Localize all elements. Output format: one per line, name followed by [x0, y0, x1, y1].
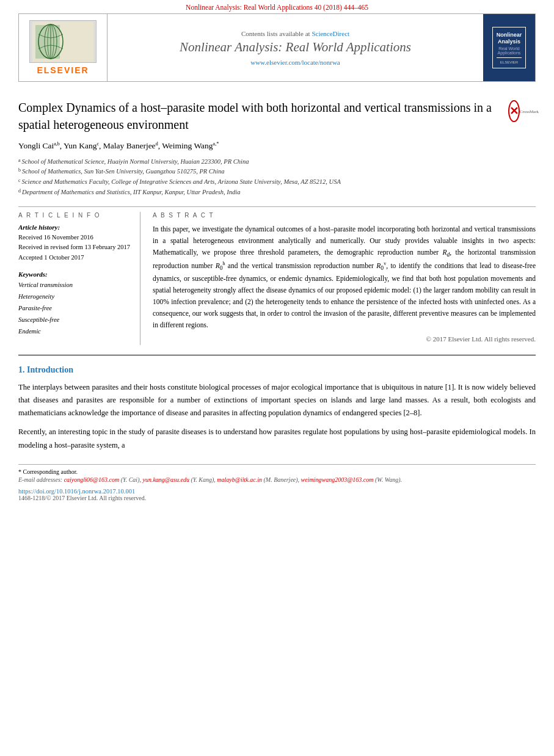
abstract-text: In this paper, we investigate the dynami…: [153, 224, 536, 331]
contents-available: Contents lists available at ScienceDirec…: [241, 30, 349, 37]
author-wang-sup: a,*: [213, 140, 219, 146]
affiliation-c: c Science and Mathematics Faculty, Colle…: [18, 177, 536, 187]
keyword-1: Vertical transmission: [18, 280, 131, 291]
article-history: Article history: Received 16 November 20…: [18, 224, 131, 263]
section-divider-1: [18, 206, 536, 207]
sciencedirect-link[interactable]: ScienceDirect: [312, 30, 349, 37]
main-content: ✕ CrossMark Complex Dynamics of a host–p…: [18, 82, 536, 501]
badge-title-line2: Analysis: [497, 38, 522, 45]
keyword-2: Heterogeneity: [18, 291, 131, 303]
intro-para-2: Recently, an interesting topic in the st…: [18, 426, 536, 452]
badge-title-line1: Nonlinear: [497, 31, 522, 39]
aff-sup-d: d: [18, 187, 21, 195]
abstract-column: A B S T R A C T In this paper, we invest…: [153, 212, 536, 345]
journal-header: ELSEVIER Contents lists available at Sci…: [18, 13, 536, 82]
footnote-section: * Corresponding author. E-mail addresses…: [18, 464, 536, 501]
crossmark-label: CrossMark: [520, 109, 539, 114]
author-wang: Weiming Wanga,*: [162, 141, 219, 150]
elsevier-wordmark: ELSEVIER: [37, 65, 89, 75]
introduction-section: 1. Introduction The interplays between p…: [18, 365, 536, 452]
keyword-4: Susceptible-free: [18, 314, 131, 326]
article-info-abstract: A R T I C L E I N F O Article history: R…: [18, 212, 536, 345]
title-area: ✕ CrossMark Complex Dynamics of a host–p…: [18, 99, 536, 133]
aff-sup-c: c: [18, 177, 21, 185]
aff-sup-b: b: [18, 167, 21, 175]
author-banerjee: Malay Banerjeed: [103, 141, 158, 150]
crossmark-icon: ✕: [508, 100, 520, 122]
email-kang[interactable]: yun.kang@asu.edu: [142, 476, 189, 483]
history-heading: Article history:: [18, 224, 131, 231]
intro-heading: 1. Introduction: [18, 365, 536, 375]
journal-badge: Nonlinear Analysis Real WorldApplication…: [492, 27, 527, 69]
email-banerjee[interactable]: malayb@iitk.ac.in: [217, 476, 262, 483]
affiliation-a: a School of Mathematical Science, Huaiyi…: [18, 157, 536, 167]
journal-title: Nonlinear Analysis: Real World Applicati…: [180, 40, 411, 55]
keywords-heading: Keywords:: [18, 271, 131, 278]
corresponding-author-note: * Corresponding author.: [18, 468, 536, 475]
email-addresses: E-mail addresses: caiyongli06@163.com (Y…: [18, 476, 536, 483]
affiliation-b: b School of Mathematics, Sun Yat-Sen Uni…: [18, 167, 536, 177]
keyword-3: Parasite-free: [18, 303, 131, 314]
paper-title: Complex Dynamics of a host–parasite mode…: [18, 99, 536, 133]
issn-line: 1468-1218/© 2017 Elsevier Ltd. All right…: [18, 495, 536, 501]
revised-date: Received in revised form 13 February 201…: [18, 242, 131, 253]
author-kang-sup: c: [97, 140, 99, 146]
journal-badge-area: Nonlinear Analysis Real WorldApplication…: [483, 14, 535, 81]
email-cai[interactable]: caiyongli06@163.com: [64, 476, 120, 483]
author-banerjee-sup: d: [156, 140, 158, 146]
author-cai: Yongli Caia,b: [18, 141, 60, 150]
affiliation-d: d Department of Mathematics and Statisti…: [18, 187, 536, 198]
journal-citation: Nonlinear Analysis: Real World Applicati…: [0, 0, 554, 13]
journal-info-center: Contents lists available at ScienceDirec…: [108, 14, 483, 81]
author-kang: Yun Kangc: [64, 141, 99, 150]
article-info-column: A R T I C L E I N F O Article history: R…: [18, 212, 140, 345]
elsevier-logo: ELSEVIER: [29, 20, 97, 75]
doi-link[interactable]: https://doi.org/10.1016/j.nonrwa.2017.10…: [18, 488, 135, 495]
keywords-block: Keywords: Vertical transmission Heteroge…: [18, 271, 131, 337]
keywords-list: Vertical transmission Heterogeneity Para…: [18, 280, 131, 337]
main-divider: [18, 355, 536, 355]
badge-publisher: ELSEVIER: [497, 60, 522, 64]
crossmark-badge[interactable]: ✕ CrossMark: [511, 99, 536, 123]
badge-subtitle: Real WorldApplications: [497, 46, 522, 55]
accepted-date: Accepted 1 October 2017: [18, 253, 131, 263]
badge-divider: [497, 57, 522, 58]
author-cai-sup: a,b: [54, 140, 60, 146]
publisher-logo-area: ELSEVIER: [19, 14, 108, 81]
doi-section: https://doi.org/10.1016/j.nonrwa.2017.10…: [18, 488, 536, 495]
affiliations-block: a School of Mathematical Science, Huaiyi…: [18, 157, 536, 198]
copyright-line: © 2017 Elsevier Ltd. All rights reserved…: [153, 335, 536, 343]
article-info-label: A R T I C L E I N F O: [18, 212, 131, 219]
keyword-5: Endemic: [18, 326, 131, 338]
email-wang[interactable]: weimingwang2003@163.com: [301, 476, 374, 483]
journal-url[interactable]: www.elsevier.com/locate/nonrwa: [250, 59, 340, 66]
authors-line: Yongli Caia,b, Yun Kangc, Malay Banerjee…: [18, 140, 536, 151]
received-date: Received 16 November 2016: [18, 233, 131, 243]
logo-image: [29, 20, 97, 63]
intro-para-1: The interplays between parasites and the…: [18, 381, 536, 420]
aff-sup-a: a: [18, 157, 21, 165]
abstract-label: A B S T R A C T: [153, 212, 536, 219]
